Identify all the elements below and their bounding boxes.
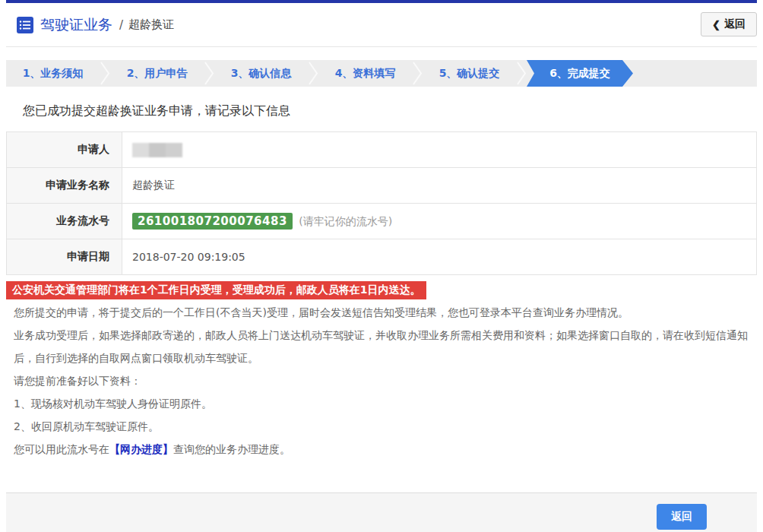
- step-separator-icon: [204, 60, 214, 87]
- info-table: 申请人 申请业务名称 超龄换证 业务流水号 261001807200076483…: [6, 131, 757, 275]
- chevron-left-icon: ❮: [712, 19, 720, 30]
- breadcrumb-separator: /: [119, 18, 123, 32]
- paragraph: 请您提前准备好以下资料：: [6, 369, 757, 392]
- footer-bar: 返回: [6, 492, 757, 532]
- paragraph: 1、现场核对机动车驾驶人身份证明原件。: [6, 392, 757, 415]
- step-separator-icon: [516, 60, 527, 87]
- table-row-business-name: 申请业务名称 超龄换证: [7, 168, 757, 204]
- instructions: 您所提交的申请，将于提交后的一个工作日(不含当天)受理，届时会发送短信告知受理结…: [6, 301, 757, 461]
- step-item-4: 4、资料填写: [318, 60, 412, 87]
- step-item-5: 5、确认提交: [423, 60, 516, 87]
- table-row-serial-number: 业务流水号 261001807200076483 (请牢记你的流水号): [7, 204, 757, 239]
- row-value: [122, 132, 757, 168]
- step-separator-icon: [412, 60, 423, 87]
- notice-banner: 公安机关交通管理部门将在1个工作日内受理，受理成功后，邮政人员将在1日内送达。: [6, 281, 426, 299]
- paragraph: 业务成功受理后，如果选择邮政寄递的，邮政人员将上门送达机动车驾驶证，并收取办理业…: [6, 324, 757, 369]
- row-value: 超龄换证: [122, 168, 757, 204]
- row-label: 申请日期: [7, 239, 122, 275]
- step-separator-icon: [308, 60, 318, 87]
- steps-bar: 1、业务须知 2、用户申告 3、确认信息 4、资料填写 5、确认提交 6、完成提…: [6, 60, 757, 87]
- list-icon: [17, 17, 33, 33]
- serial-number-note: (请牢记你的流水号): [299, 215, 392, 227]
- success-message: 您已成功提交超龄换证业务申请，请记录以下信息: [6, 103, 757, 119]
- table-row-applicant: 申请人: [7, 132, 757, 168]
- step-item-1: 1、业务须知: [6, 60, 100, 87]
- row-label: 申请业务名称: [7, 168, 122, 204]
- step-item-3: 3、确认信息: [214, 60, 308, 87]
- step-item-6-active: 6、完成提交: [527, 60, 633, 87]
- progress-link[interactable]: 【网办进度】: [109, 443, 173, 455]
- breadcrumb-page: 超龄换证: [128, 17, 174, 32]
- progress-suffix: 查询您的业务办理进度。: [173, 443, 290, 455]
- row-value: 261001807200076483 (请牢记你的流水号): [122, 204, 757, 239]
- back-button-top[interactable]: ❮ 返回: [701, 12, 757, 36]
- paragraph: 2、收回原机动车驾驶证原件。: [6, 415, 757, 438]
- table-row-apply-date: 申请日期 2018-07-20 09:19:05: [7, 239, 757, 275]
- progress-query-line: 您可以用此流水号在【网办进度】查询您的业务办理进度。: [6, 438, 757, 461]
- page-wrapper: 驾驶证业务 / 超龄换证 ❮ 返回 1、业务须知 2、用户申告 3、确认信息 4…: [6, 0, 757, 532]
- row-label: 申请人: [7, 132, 122, 168]
- row-label: 业务流水号: [7, 204, 122, 239]
- redacted-applicant-name: [132, 143, 182, 157]
- row-value: 2018-07-20 09:19:05: [122, 239, 757, 275]
- serial-number-badge: 261001807200076483: [132, 213, 293, 230]
- breadcrumb-section[interactable]: 驾驶证业务: [40, 15, 112, 35]
- back-button-bottom[interactable]: 返回: [657, 504, 707, 530]
- paragraph: 您所提交的申请，将于提交后的一个工作日(不含当天)受理，届时会发送短信告知受理结…: [6, 301, 757, 324]
- step-item-2: 2、用户申告: [110, 60, 204, 87]
- header: 驾驶证业务 / 超龄换证 ❮ 返回: [6, 3, 757, 47]
- step-separator-icon: [100, 60, 110, 87]
- back-button-top-label: 返回: [724, 17, 746, 31]
- progress-prefix: 您可以用此流水号在: [14, 443, 109, 455]
